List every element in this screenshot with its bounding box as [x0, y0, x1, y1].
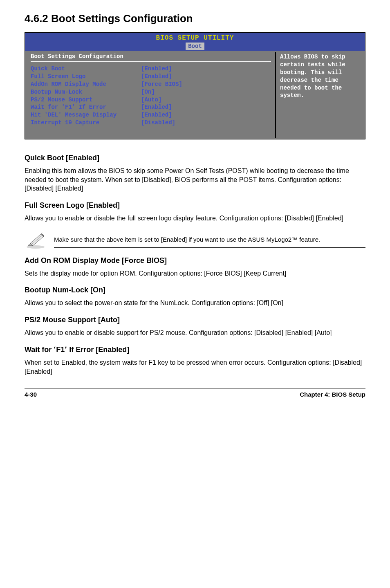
bios-label: AddOn ROM Display Mode [31, 81, 141, 88]
note-text: Make sure that the above item is set to … [54, 232, 365, 247]
section-title-ps2-mouse: PS/2 Mouse Support [Auto] [25, 316, 365, 324]
bios-left-panel: Boot Settings Configuration Quick Boot [… [25, 51, 275, 139]
section-title-bootup-numlock: Bootup Num-Lock [On] [25, 286, 365, 294]
section-title-add-on-rom: Add On ROM Display Mode [Force BIOS] [25, 256, 365, 265]
bios-label: Bootup Num-Lock [31, 88, 141, 96]
section-title-quick-boot: Quick Boot [Enabled] [25, 154, 365, 162]
bios-row: PS/2 Mouse Support [Auto] [31, 96, 271, 104]
pencil-icon [25, 231, 47, 249]
divider [31, 61, 271, 62]
section-body-full-screen-logo: Allows you to enable or disable the full… [25, 214, 365, 223]
bios-body: Boot Settings Configuration Quick Boot [… [25, 51, 365, 139]
bios-row: Full Screen Logo [Enabled] [31, 73, 271, 81]
section-title-wait-f1: Wait for ʻF1ʼ If Error [Enabled] [25, 345, 365, 354]
bios-value: [Disabled] [141, 119, 271, 127]
svg-line-2 [32, 234, 43, 244]
section-body-bootup-numlock: Allows you to select the power-on state … [25, 298, 365, 307]
bios-screenshot: BIOS SETUP UTILITY Boot Boot Settings Co… [25, 32, 365, 139]
section-body-ps2-mouse: Allows you to enable or disable support … [25, 328, 365, 337]
bios-row: Interrupt 19 Capture [Disabled] [31, 119, 271, 127]
bios-row: Quick Boot [Enabled] [31, 65, 271, 73]
section-body-wait-f1: When set to Enabled, the system waits fo… [25, 358, 365, 376]
bios-label: PS/2 Mouse Support [31, 96, 141, 104]
page-footer: 4-30 Chapter 4: BIOS Setup [25, 388, 365, 398]
bios-value: [On] [141, 88, 271, 96]
bios-label: Quick Boot [31, 65, 141, 73]
bios-value: [Enabled] [141, 103, 271, 111]
bios-value: [Force BIOS] [141, 81, 271, 88]
footer-page-number: 4-30 [25, 391, 37, 398]
bios-utility-title: BIOS SETUP UTILITY [25, 34, 365, 42]
page-heading: 4.6.2 Boot Settings Configuration [25, 12, 365, 25]
bios-row: AddOn ROM Display Mode [Force BIOS] [31, 81, 271, 88]
bios-tab-boot: Boot [186, 43, 204, 50]
footer-chapter: Chapter 4: BIOS Setup [300, 391, 365, 398]
bios-label: Full Screen Logo [31, 73, 141, 81]
bios-row: Hit 'DEL' Message Display [Enabled] [31, 111, 271, 119]
section-title-full-screen-logo: Full Screen Logo [Enabled] [25, 201, 365, 210]
bios-label: Hit 'DEL' Message Display [31, 111, 141, 119]
section-body-quick-boot: Enabling this item allows the BIOS to sk… [25, 166, 365, 193]
section-body-add-on-rom: Sets the display mode for option ROM. Co… [25, 269, 365, 278]
bios-label: Wait for 'F1' If Error [31, 103, 141, 111]
bios-row: Wait for 'F1' If Error [Enabled] [31, 103, 271, 111]
bios-header: BIOS SETUP UTILITY Boot [25, 33, 365, 51]
bios-section-title: Boot Settings Configuration [31, 53, 271, 60]
bios-value: [Enabled] [141, 73, 271, 81]
bios-value: [Enabled] [141, 111, 271, 119]
bios-help-panel: Allows BIOS to skip certain tests while … [276, 51, 365, 139]
bios-value: [Enabled] [141, 65, 271, 73]
bios-value: [Auto] [141, 96, 271, 104]
bios-label: Interrupt 19 Capture [31, 119, 141, 127]
note-callout: Make sure that the above item is set to … [25, 231, 365, 249]
bios-row: Bootup Num-Lock [On] [31, 88, 271, 96]
